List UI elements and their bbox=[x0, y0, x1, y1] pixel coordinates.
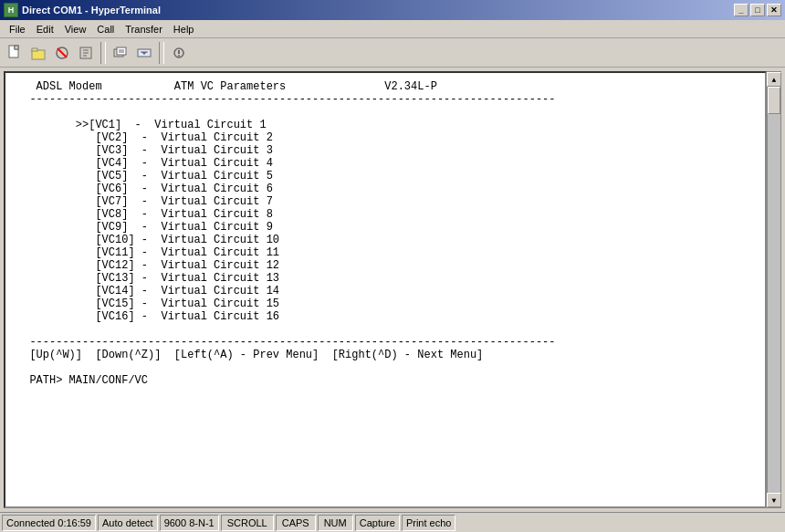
receive-button[interactable] bbox=[133, 42, 155, 64]
status-connected: Connected 0:16:59 bbox=[2, 515, 96, 531]
scroll-thumb[interactable] bbox=[768, 87, 780, 114]
status-baud: 9600 8-N-1 bbox=[160, 515, 219, 531]
maximize-button[interactable]: □ bbox=[750, 4, 765, 16]
scrollbar[interactable]: ▲ ▼ bbox=[767, 71, 781, 508]
status-caps: CAPS bbox=[276, 515, 316, 531]
menu-call[interactable]: Call bbox=[91, 22, 120, 37]
status-bar: Connected 0:16:59 Auto detect 9600 8-N-1… bbox=[0, 512, 785, 532]
minimize-button[interactable]: _ bbox=[734, 4, 748, 16]
scroll-down-button[interactable]: ▼ bbox=[767, 493, 781, 507]
svg-point-19 bbox=[178, 55, 180, 57]
menu-transfer[interactable]: Transfer bbox=[120, 22, 168, 37]
properties-button[interactable] bbox=[75, 42, 97, 64]
svg-line-5 bbox=[58, 48, 67, 57]
app-icon: H bbox=[4, 3, 18, 17]
svg-rect-11 bbox=[117, 47, 126, 55]
terminal-window[interactable]: ADSL Modem ATM VC Parameters V2.34L-P --… bbox=[4, 71, 767, 508]
scroll-up-button[interactable]: ▲ bbox=[767, 72, 781, 87]
terminal-content: ADSL Modem ATM VC Parameters V2.34L-P --… bbox=[5, 73, 765, 506]
svg-rect-3 bbox=[32, 48, 37, 51]
status-auto-detect: Auto detect bbox=[98, 515, 158, 531]
title-bar: H Direct COM1 - HyperTerminal _ □ ✕ bbox=[0, 0, 785, 20]
scroll-track[interactable] bbox=[768, 87, 780, 493]
new-button[interactable] bbox=[4, 42, 26, 64]
toolbar-separator-2 bbox=[159, 42, 164, 64]
status-num: NUM bbox=[318, 515, 353, 531]
menu-help[interactable]: Help bbox=[168, 22, 200, 37]
status-print-echo: Print echo bbox=[402, 515, 456, 531]
window-title: Direct COM1 - HyperTerminal bbox=[22, 5, 161, 16]
menu-bar: File Edit View Call Transfer Help bbox=[0, 20, 785, 38]
toolbar-separator-1 bbox=[100, 42, 106, 64]
svg-rect-1 bbox=[15, 46, 18, 49]
properties2-button[interactable] bbox=[168, 42, 190, 64]
menu-edit[interactable]: Edit bbox=[31, 22, 59, 37]
send-button[interactable] bbox=[110, 42, 131, 64]
status-capture: Capture bbox=[355, 515, 400, 531]
main-area: ADSL Modem ATM VC Parameters V2.34L-P --… bbox=[0, 68, 785, 512]
close-button[interactable]: ✕ bbox=[767, 4, 781, 16]
toolbar bbox=[0, 38, 785, 68]
status-scroll: SCROLL bbox=[221, 515, 274, 531]
menu-file[interactable]: File bbox=[4, 22, 31, 37]
open-button[interactable] bbox=[27, 42, 49, 64]
menu-view[interactable]: View bbox=[59, 22, 92, 37]
disconnect-button[interactable] bbox=[51, 42, 73, 64]
